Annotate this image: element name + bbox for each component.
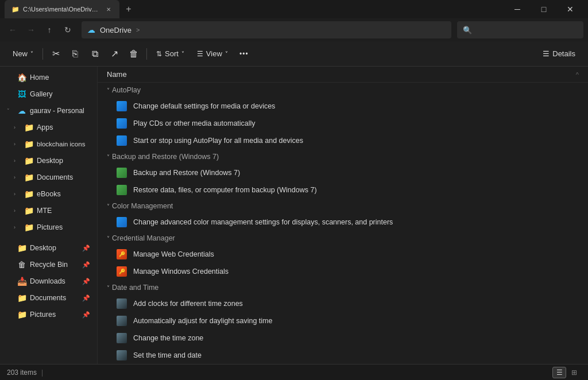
list-item[interactable]: Restore data, files, or computer from ba… bbox=[98, 181, 588, 199]
list-item[interactable]: 🔑 Manage Web Credentials bbox=[98, 246, 588, 263]
minimize-button[interactable]: ─ bbox=[504, 0, 531, 18]
tab-area: 📁 C:\Users\menta\OneDrive\Des ✕ + bbox=[5, 0, 138, 18]
sidebar-pinned-desktop[interactable]: 📁 Desktop 📌 bbox=[2, 240, 95, 256]
item-icon-8: 🔑 bbox=[116, 266, 127, 277]
onedrive-chevron: ˅ bbox=[7, 108, 14, 114]
sidebar-item-pictures[interactable]: › 📁 Pictures bbox=[2, 219, 95, 235]
copy-button[interactable]: ⎘ bbox=[66, 45, 84, 63]
item-label-3: Start or stop using AutoPlay for all med… bbox=[133, 137, 303, 145]
navigation-bar: ← → ↑ ↻ ☁ OneDrive > 🔍 bbox=[0, 18, 588, 41]
sort-label: Sort bbox=[165, 49, 179, 58]
recycle-bin-icon: 🗑 bbox=[17, 260, 26, 269]
section-color[interactable]: ˅ Color Management bbox=[98, 199, 588, 214]
list-view-button[interactable]: ☰ bbox=[552, 367, 566, 378]
sidebar-item-documents[interactable]: › 📁 Documents bbox=[2, 169, 95, 185]
sidebar-pinned-recycle[interactable]: 🗑 Recycle Bin 📌 bbox=[2, 257, 95, 273]
blockchain-folder-icon: 📁 bbox=[24, 139, 33, 149]
section-datetime[interactable]: ˅ Date and Time bbox=[98, 280, 588, 295]
header-collapse-icon[interactable]: ^ bbox=[576, 71, 579, 78]
sidebar-pinned-downloads[interactable]: 📥 Downloads 📌 bbox=[2, 273, 95, 289]
list-item[interactable]: Change the time zone bbox=[98, 329, 588, 347]
backup-label: Backup and Restore (Windows 7) bbox=[112, 153, 219, 161]
section-backup[interactable]: ˅ Backup and Restore (Windows 7) bbox=[98, 149, 588, 164]
status-separator: | bbox=[41, 369, 43, 377]
sidebar-item-gallery[interactable]: 🖼 Gallery bbox=[2, 86, 95, 102]
view-button[interactable]: ☰ View ˅ bbox=[191, 45, 234, 63]
delete-button[interactable]: 🗑 bbox=[125, 45, 143, 63]
section-autoplay[interactable]: ˅ AutoPlay bbox=[98, 83, 588, 98]
list-item[interactable]: Change default settings for media or dev… bbox=[98, 98, 588, 115]
refresh-button[interactable]: ↻ bbox=[60, 22, 76, 38]
item-icon-7: 🔑 bbox=[116, 249, 127, 260]
details-button[interactable]: ☰ Details bbox=[537, 45, 581, 63]
credential-chevron-icon: ˅ bbox=[107, 235, 110, 242]
credential-label: Credential Manager bbox=[112, 234, 175, 242]
details-label: Details bbox=[552, 49, 575, 58]
onedrive-label: gaurav - Personal bbox=[30, 107, 84, 115]
list-item[interactable]: Automatically adjust for daylight saving… bbox=[98, 312, 588, 329]
tab-label: C:\Users\menta\OneDrive\Des bbox=[23, 6, 100, 13]
list-item[interactable]: Add clocks for different time zones bbox=[98, 295, 588, 312]
desktop-chevron: › bbox=[14, 158, 21, 164]
pin-icon-pictures: 📌 bbox=[82, 311, 90, 319]
toolbar-separator-2 bbox=[146, 48, 147, 60]
pin-icon-documents: 📌 bbox=[82, 294, 90, 302]
sidebar-pinned-pictures[interactable]: 📁 Pictures 📌 bbox=[2, 307, 95, 323]
close-button[interactable]: ✕ bbox=[557, 0, 583, 18]
home-icon: 🏠 bbox=[17, 73, 26, 82]
new-tab-button[interactable]: + bbox=[119, 0, 138, 18]
list-item[interactable]: Backup and Restore (Windows 7) bbox=[98, 164, 588, 181]
datetime-chevron-icon: ˅ bbox=[107, 285, 110, 291]
item-label-4: Backup and Restore (Windows 7) bbox=[133, 169, 240, 177]
search-icon: 🔍 bbox=[463, 26, 472, 34]
tab-close-button[interactable]: ✕ bbox=[104, 5, 113, 14]
pinned-desktop-icon: 📁 bbox=[17, 243, 26, 253]
up-button[interactable]: ↑ bbox=[41, 22, 57, 38]
blockchain-label: blockchain icons bbox=[37, 141, 85, 148]
grid-view-button[interactable]: ⊞ bbox=[567, 367, 581, 378]
item-icon-10 bbox=[116, 315, 127, 327]
sidebar-item-onedrive[interactable]: ˅ ☁ gaurav - Personal bbox=[2, 103, 95, 119]
search-box[interactable]: 🔍 bbox=[457, 21, 583, 38]
list-item[interactable]: 🔑 Manage Windows Credentials bbox=[98, 263, 588, 280]
sidebar: 🏠 Home 🖼 Gallery ˅ ☁ gaurav - Personal ›… bbox=[0, 67, 98, 364]
section-credential[interactable]: ˅ Credential Manager bbox=[98, 231, 588, 246]
item-label-6: Change advanced color management setting… bbox=[133, 218, 393, 226]
desktop-folder-icon: 📁 bbox=[24, 156, 33, 165]
maximize-button[interactable]: □ bbox=[531, 0, 557, 18]
sidebar-item-desktop[interactable]: › 📁 Desktop bbox=[2, 153, 95, 169]
sidebar-item-home[interactable]: 🏠 Home bbox=[2, 69, 95, 86]
ebooks-chevron: › bbox=[14, 191, 21, 197]
share-button[interactable]: ↗ bbox=[105, 45, 123, 63]
main-layout: 🏠 Home 🖼 Gallery ˅ ☁ gaurav - Personal ›… bbox=[0, 67, 588, 364]
list-item[interactable]: Start or stop using AutoPlay for all med… bbox=[98, 132, 588, 149]
list-item[interactable]: Set the time and date bbox=[98, 347, 588, 364]
item-label-11: Change the time zone bbox=[133, 334, 203, 342]
forward-button[interactable]: → bbox=[23, 22, 39, 38]
active-tab[interactable]: 📁 C:\Users\menta\OneDrive\Des ✕ bbox=[5, 0, 119, 18]
sidebar-item-blockchain[interactable]: › 📁 blockchain icons bbox=[2, 136, 95, 152]
address-bar[interactable]: ☁ OneDrive > bbox=[82, 21, 451, 38]
back-button[interactable]: ← bbox=[5, 22, 21, 38]
more-button[interactable]: ••• bbox=[235, 45, 253, 63]
new-button[interactable]: New ˅ bbox=[7, 45, 39, 63]
sidebar-item-ebooks[interactable]: › 📁 eBooks bbox=[2, 186, 95, 202]
mte-folder-icon: 📁 bbox=[24, 206, 33, 215]
sort-icon: ⇅ bbox=[156, 50, 162, 58]
gallery-icon: 🖼 bbox=[17, 90, 26, 99]
documents-label: Documents bbox=[37, 173, 73, 181]
cut-button[interactable]: ✂ bbox=[47, 45, 65, 63]
sidebar-item-mte[interactable]: › 📁 MTE bbox=[2, 203, 95, 219]
sidebar-pinned-documents[interactable]: 📁 Documents 📌 bbox=[2, 290, 95, 306]
paste-button[interactable]: ⧉ bbox=[86, 45, 104, 63]
autoplay-chevron-icon: ˅ bbox=[107, 87, 110, 94]
datetime-label: Date and Time bbox=[112, 284, 158, 292]
list-item[interactable]: Play CDs or other media automatically bbox=[98, 115, 588, 132]
documents-folder-icon: 📁 bbox=[24, 173, 33, 182]
sidebar-item-apps[interactable]: › 📁 Apps bbox=[2, 119, 95, 135]
sort-button[interactable]: ⇅ Sort ˅ bbox=[150, 45, 190, 63]
manage-web-credentials-label: Manage Web Credentials bbox=[133, 250, 214, 258]
list-item[interactable]: Change advanced color management setting… bbox=[98, 214, 588, 231]
sort-chevron: ˅ bbox=[181, 51, 184, 57]
item-icon-3 bbox=[116, 135, 127, 146]
